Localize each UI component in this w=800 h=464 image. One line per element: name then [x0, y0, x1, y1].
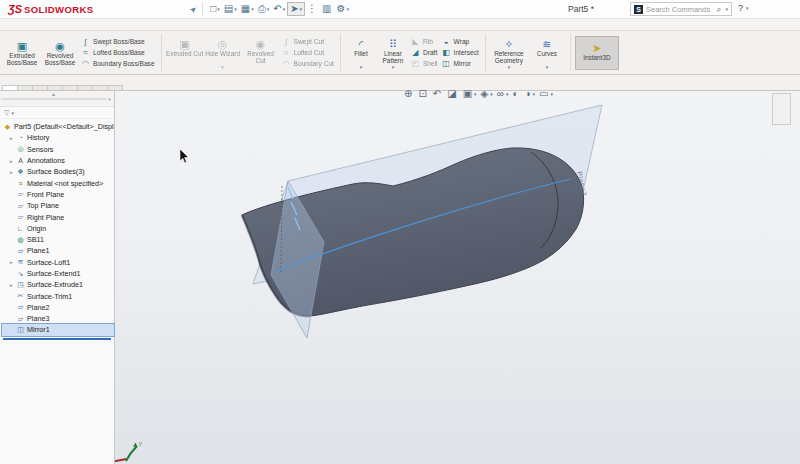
- tree-item[interactable]: ✂ Surface-Trim1: [2, 290, 114, 301]
- chevron-down-icon[interactable]: ▾: [217, 4, 220, 14]
- tree-item[interactable]: ▸ ◳ Surface-Extrude1: [2, 279, 114, 290]
- heads-up-button[interactable]: ▣ ▾: [463, 88, 477, 99]
- quick-access-button[interactable]: ▥: [320, 3, 334, 15]
- command-tab[interactable]: [92, 85, 108, 90]
- panel-tab[interactable]: [64, 98, 86, 100]
- heads-up-button[interactable]: ◪: [447, 88, 458, 99]
- heads-up-button[interactable]: ▭ ▾: [539, 88, 553, 99]
- chevron-down-icon[interactable]: ▾: [283, 4, 286, 14]
- chevron-down-icon[interactable]: ▾: [533, 91, 536, 97]
- chevron-down-icon[interactable]: ▾: [506, 91, 509, 97]
- chevron-down-icon[interactable]: ▾: [474, 91, 477, 97]
- command-tab[interactable]: [2, 85, 18, 90]
- quick-access-button[interactable]: ▦ ▾: [239, 3, 256, 15]
- tree-item[interactable]: ≡ Material <not specified>: [2, 177, 114, 188]
- ribbon-small-button[interactable]: ʃ Swept Boss/Base: [81, 37, 155, 46]
- filter-funnel-icon[interactable]: ▽: [4, 109, 9, 117]
- panel-tab[interactable]: [85, 98, 107, 100]
- pin-icon[interactable]: ➤: [187, 3, 198, 14]
- panel-tab[interactable]: [22, 98, 44, 100]
- tree-item[interactable]: ▸ ◔ History: [2, 132, 114, 143]
- heads-up-button[interactable]: ↶: [433, 88, 443, 99]
- quick-access-button[interactable]: ▤ ▾: [222, 3, 239, 15]
- quick-access-button[interactable]: ⋮: [305, 3, 320, 15]
- command-tab[interactable]: [77, 85, 93, 90]
- menu-item[interactable]: [152, 7, 164, 11]
- heads-up-button[interactable]: ∞ ▾: [497, 88, 509, 99]
- ribbon-big-button[interactable]: ◜ Fillet ▾: [345, 36, 377, 70]
- tree-item[interactable]: ▸ ≋ Surface-Loft1: [2, 257, 114, 268]
- tree-item[interactable]: ▱ Front Plane: [2, 189, 114, 200]
- chevron-down-icon[interactable]: ▾: [551, 91, 554, 97]
- command-tab[interactable]: [17, 85, 33, 90]
- tree-item[interactable]: ▸ ❖ Surface Bodies(3): [2, 166, 114, 177]
- chevron-down-icon[interactable]: ▾: [346, 4, 349, 14]
- menu-item[interactable]: [104, 7, 116, 11]
- chevron-down-icon[interactable]: ▾: [300, 4, 303, 14]
- help-button[interactable]: ?: [738, 3, 743, 13]
- instant3d-button[interactable]: ➤ Instant3D: [575, 36, 619, 70]
- panel-expand-chevron-icon[interactable]: ›: [106, 95, 113, 104]
- tree-item[interactable]: ◎ Sensors: [2, 144, 114, 155]
- quick-access-button[interactable]: ⎙ ▾: [256, 3, 272, 15]
- quick-access-button[interactable]: ➤ ▾: [287, 2, 305, 16]
- panel-tab[interactable]: [1, 98, 23, 100]
- tree-item[interactable]: ◍ SB11: [2, 234, 114, 245]
- ribbon-small-button[interactable]: ◫ Mirror: [442, 59, 479, 68]
- tree-item[interactable]: ▱ Top Plane: [2, 200, 114, 211]
- menu-item[interactable]: [140, 7, 152, 11]
- quick-access-button[interactable]: □ ▾: [208, 3, 222, 15]
- tree-item[interactable]: ∟ Origin: [2, 223, 114, 234]
- ribbon-small-button[interactable]: ◠ Boundary Boss/Base: [81, 59, 155, 68]
- menu-item[interactable]: [164, 7, 176, 11]
- ribbon-big-button[interactable]: ⠿ Linear Pattern ▾: [377, 36, 409, 70]
- command-tab[interactable]: [32, 85, 48, 90]
- ribbon-big-button[interactable]: ≋ Curves ▾: [528, 36, 566, 70]
- rollback-bar[interactable]: [3, 338, 111, 340]
- chevron-down-icon[interactable]: ▾: [392, 65, 395, 70]
- command-tab[interactable]: [107, 85, 123, 90]
- tree-item[interactable]: ▱ Right Plane: [2, 211, 114, 222]
- command-tab[interactable]: [62, 85, 78, 90]
- heads-up-button[interactable]: ◈ ▾: [481, 88, 493, 99]
- tree-item[interactable]: ◫ Mirror1: [2, 324, 114, 335]
- heads-up-button[interactable]: ⊕: [404, 88, 414, 99]
- quick-access-button[interactable]: ↶ ▾: [271, 3, 287, 15]
- panel-tab[interactable]: [43, 98, 65, 100]
- tree-item[interactable]: ▸ A Annotations: [2, 155, 114, 166]
- ribbon-small-button[interactable]: ◢ Draft: [411, 48, 438, 57]
- ribbon-big-button[interactable]: ✧ Reference Geometry ▾: [490, 36, 528, 70]
- quick-access-button[interactable]: ⚙ ▾: [335, 3, 351, 15]
- tree-item[interactable]: ◆ Part5 (Default<<Default>_Display State: [2, 121, 114, 132]
- ribbon-big-button[interactable]: ◉ Revolved Boss/Base: [41, 38, 79, 67]
- ribbon-small-button[interactable]: ◒ Wrap: [442, 37, 479, 46]
- ribbon-small-button[interactable]: ≈ Lofted Boss/Base: [81, 48, 155, 57]
- tree-item[interactable]: ▱ Plane3: [2, 313, 114, 324]
- chevron-down-icon[interactable]: ▾: [251, 4, 254, 14]
- chevron-down-icon[interactable]: ▾: [234, 4, 237, 14]
- filter-caret-icon[interactable]: ▾: [11, 110, 14, 116]
- ribbon-big-button[interactable]: ▣ Extruded Boss/Base: [3, 38, 41, 67]
- tree-item[interactable]: ▱ Plane2: [2, 302, 114, 313]
- heads-up-button[interactable]: ◑ ▾: [525, 88, 536, 99]
- chevron-down-icon[interactable]: ▾: [490, 91, 493, 97]
- graphics-area[interactable]: Plane3 y x ⊕ ⊡ ↶ ◪: [0, 91, 800, 464]
- search-commands-box[interactable]: S Search Commands ⌕ ▾: [630, 2, 732, 16]
- tree-item[interactable]: ▱ Plane1: [2, 245, 114, 256]
- chevron-down-icon[interactable]: ▾: [360, 65, 363, 70]
- heads-up-button[interactable]: ⊡: [418, 88, 428, 99]
- chevron-down-icon[interactable]: ▾: [267, 4, 270, 14]
- search-icon[interactable]: ⌕: [716, 4, 721, 15]
- ribbon-small-button[interactable]: ◣ Rib: [411, 37, 438, 46]
- chevron-down-icon[interactable]: ▾: [508, 65, 511, 70]
- menu-item[interactable]: [128, 7, 140, 11]
- chevron-down-icon[interactable]: ▾: [546, 65, 549, 70]
- search-caret-icon[interactable]: ▾: [725, 6, 728, 12]
- viewport-3d-scene[interactable]: Plane3 y x: [0, 91, 800, 464]
- heads-up-button[interactable]: ◐: [512, 88, 520, 99]
- menu-item[interactable]: [176, 7, 188, 11]
- ribbon-small-button[interactable]: ◧ Intersect: [442, 48, 479, 57]
- menu-item[interactable]: [116, 7, 128, 11]
- help-caret-icon[interactable]: ▾: [746, 5, 749, 11]
- panel-scroll-up-icon[interactable]: ▴: [52, 90, 55, 97]
